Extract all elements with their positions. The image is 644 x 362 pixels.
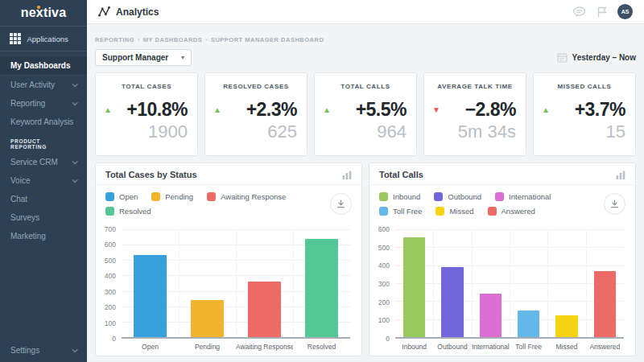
legend-label: Pending <box>165 192 193 201</box>
kpi-value: 625 <box>205 121 307 142</box>
y-tick-label: 200 <box>378 298 390 306</box>
sidebar-section-header: PRODUCT REPORTING <box>0 131 87 153</box>
sidebar-item-label: Service CRM <box>10 158 58 167</box>
sidebar-item-marketing[interactable]: Marketing <box>0 227 87 245</box>
y-axis: 0100200300400500600 <box>376 229 395 339</box>
bar-awaiting-response[interactable] <box>248 282 281 337</box>
caret-down-icon: ▾ <box>181 54 184 61</box>
kpi-title: RESOLVED CASES <box>205 83 307 90</box>
kpi-change: +5.5% <box>331 99 407 121</box>
chart-legend: OpenPendingAwaiting ResponseResolved <box>96 185 361 221</box>
applications-grid-icon <box>10 33 21 44</box>
kpi-title: TOTAL CASES <box>96 83 197 90</box>
y-tick-label: 400 <box>105 272 116 280</box>
x-axis-labels: OpenPendingAwaiting ResponseResolved <box>122 339 350 351</box>
legend-item-open[interactable]: Open <box>105 192 138 201</box>
kpi-value: 1900 <box>96 121 197 142</box>
y-tick-label: 600 <box>105 241 116 249</box>
bar-answered[interactable] <box>594 271 616 337</box>
kpi-row: TOTAL CASES ▲ +10.8% 1900 RESOLVED CASES… <box>95 72 636 156</box>
x-tick-label: Resolved <box>293 343 350 351</box>
chat-bubble-icon[interactable] <box>572 6 586 18</box>
y-tick-label: 100 <box>378 316 390 324</box>
calendar-icon <box>557 52 568 63</box>
y-tick-label: 700 <box>105 225 116 233</box>
kpi-card-total-cases: TOTAL CASES ▲ +10.8% 1900 <box>95 72 198 156</box>
dashboard-select[interactable]: Support Manager ▾ <box>95 49 192 66</box>
sidebar-item-settings[interactable]: Settings <box>0 339 87 362</box>
trend-up-icon: ▲ <box>542 106 550 114</box>
user-avatar[interactable]: AS <box>617 4 633 19</box>
kpi-change: +3.7% <box>550 99 625 121</box>
sidebar: nextiva Applications My DashboardsUser A… <box>0 0 87 362</box>
sidebar-item-keyword-analysis[interactable]: Keyword Analysis <box>0 113 87 131</box>
sidebar-nav: My DashboardsUser ActivityReportingKeywo… <box>0 51 87 362</box>
trend-down-icon: ▼ <box>432 106 440 114</box>
y-tick-label: 500 <box>378 244 390 252</box>
bar-international[interactable] <box>480 294 502 337</box>
sidebar-item-reporting[interactable]: Reporting <box>0 94 87 113</box>
legend-item-missed[interactable]: Missed <box>436 207 473 216</box>
sidebar-item-user-activity[interactable]: User Activity <box>0 76 87 94</box>
bar-inbound[interactable] <box>403 237 425 337</box>
sidebar-item-voice[interactable]: Voice <box>0 171 87 190</box>
legend-swatch <box>488 207 497 216</box>
legend-label: Toll Free <box>393 207 422 216</box>
breadcrumb-item[interactable]: REPORTING <box>95 36 134 43</box>
sidebar-item-my-dashboards[interactable]: My Dashboards <box>0 56 87 76</box>
bar-chart-icon[interactable] <box>616 171 625 179</box>
bar-open[interactable] <box>134 255 167 337</box>
legend-item-inbound[interactable]: Inbound <box>379 192 420 201</box>
y-tick-label: 600 <box>378 225 390 233</box>
sidebar-item-service-crm[interactable]: Service CRM <box>0 153 87 171</box>
bar-missed[interactable] <box>555 315 577 337</box>
chart-title: Total Cases by Status <box>105 170 197 179</box>
legend-item-awaiting-response[interactable]: Awaiting Response <box>207 192 286 201</box>
charts-row: Total Cases by Status OpenPendingAwaitin… <box>95 162 636 356</box>
bar-chart-icon[interactable] <box>342 171 352 179</box>
download-button[interactable] <box>330 193 352 215</box>
bar-resolved[interactable] <box>305 239 338 338</box>
date-range-picker[interactable]: Yesterday – Now <box>557 52 636 63</box>
applications-label: Applications <box>27 35 68 43</box>
legend-item-outbound[interactable]: Outbound <box>434 192 481 201</box>
sidebar-item-chat[interactable]: Chat <box>0 190 87 208</box>
y-tick-label: 200 <box>105 303 116 311</box>
y-tick-label: 0 <box>112 335 116 343</box>
legend-item-pending[interactable]: Pending <box>151 192 193 201</box>
legend-swatch <box>436 207 444 216</box>
trend-up-icon: ▲ <box>323 106 331 114</box>
chevron-down-icon <box>72 100 78 105</box>
y-axis: 0100200300400500600700 <box>102 229 122 339</box>
sidebar-item-label: My Dashboards <box>10 61 70 70</box>
x-tick-label: Pending <box>179 343 236 351</box>
x-tick-label: Open <box>122 343 179 351</box>
kpi-card-total-calls: TOTAL CALLS ▲ +5.5% 964 <box>314 72 417 156</box>
kpi-card-missed-calls: MISSED CALLS ▲ +3.7% 15 <box>533 72 636 156</box>
flag-icon[interactable] <box>597 6 607 18</box>
main-area: Analytics AS REPORTING›MY DASHBOARDS›SUP… <box>87 0 644 362</box>
breadcrumb: REPORTING›MY DASHBOARDS›SUPPORT MANAGER … <box>95 31 636 45</box>
dashboard-content: REPORTING›MY DASHBOARDS›SUPPORT MANAGER … <box>87 24 644 362</box>
legend-item-answered[interactable]: Answered <box>488 207 535 216</box>
top-header: Analytics AS <box>87 0 644 24</box>
bar-outbound[interactable] <box>441 267 463 337</box>
download-button[interactable] <box>604 193 625 215</box>
sidebar-item-surveys[interactable]: Surveys <box>0 208 87 227</box>
breadcrumb-item[interactable]: MY DASHBOARDS <box>143 36 202 43</box>
chart-card-total-calls: Total Calls InboundOutboundInternational… <box>369 162 636 356</box>
legend-swatch <box>105 207 114 216</box>
sidebar-item-applications[interactable]: Applications <box>0 27 87 51</box>
analytics-logo-icon <box>98 6 110 17</box>
bar-toll-free[interactable] <box>518 311 539 338</box>
legend-label: Awaiting Response <box>221 192 286 201</box>
x-tick-label: Toll Free <box>510 343 547 351</box>
bar-pending[interactable] <box>191 300 224 337</box>
legend-swatch <box>105 192 114 201</box>
legend-item-international[interactable]: International <box>495 192 551 201</box>
sidebar-item-label: Surveys <box>10 213 39 222</box>
legend-item-resolved[interactable]: Resolved <box>105 207 151 216</box>
legend-item-toll-free[interactable]: Toll Free <box>379 207 422 216</box>
breadcrumb-item[interactable]: SUPPORT MANAGER DASHBOARD <box>211 36 324 43</box>
y-tick-label: 400 <box>378 261 390 269</box>
